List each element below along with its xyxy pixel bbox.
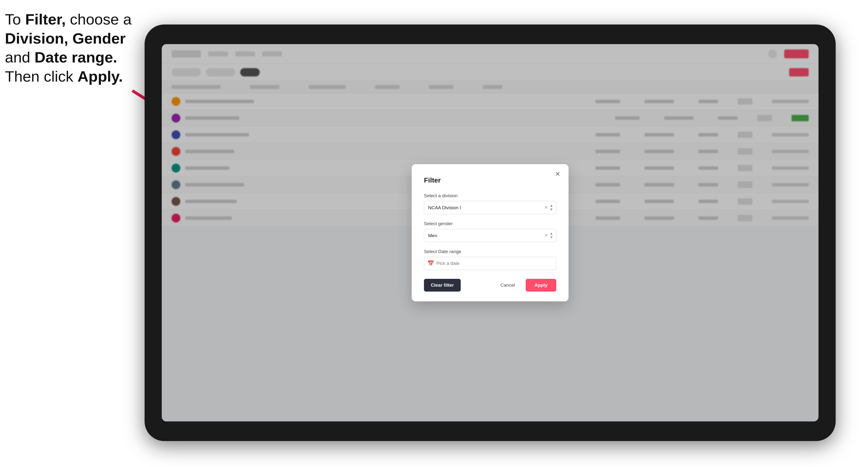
instruction-line1: To Filter, choose a (5, 11, 132, 28)
gender-form-group: Select gender Men Women ✕ ▲▼ (424, 221, 556, 242)
instruction-line3: and Date range. (5, 49, 117, 66)
division-select[interactable]: NCAA Division I NCAA Division II NCAA Di… (424, 201, 556, 214)
instruction-bold2: Division, Gender (5, 30, 126, 47)
modal-title: Filter (424, 177, 556, 184)
tablet-screen: ✕ Filter Select a division NCAA Division… (162, 44, 818, 422)
date-input[interactable] (424, 257, 556, 270)
clear-filter-button[interactable]: Clear filter (424, 279, 461, 291)
instruction-line4: Then click Apply. (5, 68, 123, 85)
gender-select-wrapper: Men Women ✕ ▲▼ (424, 229, 556, 242)
modal-overlay: ✕ Filter Select a division NCAA Division… (162, 44, 818, 422)
division-select-wrapper: NCAA Division I NCAA Division II NCAA Di… (424, 201, 556, 214)
cancel-button[interactable]: Cancel (494, 279, 522, 291)
date-input-wrapper: 📅 (424, 257, 556, 270)
tablet-frame: ✕ Filter Select a division NCAA Division… (145, 25, 836, 441)
division-form-group: Select a division NCAA Division I NCAA D… (424, 193, 556, 214)
gender-label: Select gender (424, 221, 556, 226)
division-label: Select a division (424, 193, 556, 198)
instruction-text: To Filter, choose a Division, Gender and… (5, 10, 142, 86)
filter-modal: ✕ Filter Select a division NCAA Division… (412, 164, 568, 301)
modal-footer: Clear filter Cancel Apply (424, 279, 556, 291)
modal-close-button[interactable]: ✕ (553, 169, 563, 179)
gender-select[interactable]: Men Women (424, 229, 556, 242)
apply-button[interactable]: Apply (526, 279, 556, 291)
date-label: Select Date range (424, 249, 556, 254)
date-form-group: Select Date range 📅 (424, 249, 556, 270)
modal-footer-right: Cancel Apply (494, 279, 556, 291)
